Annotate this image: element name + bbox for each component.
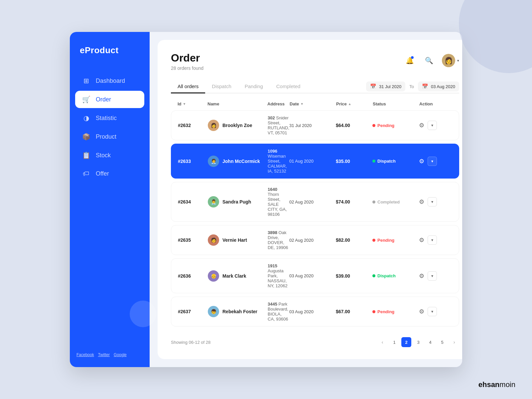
row-price: $39.00 <box>336 273 372 279</box>
action-chevron-button[interactable]: ▾ <box>428 197 437 206</box>
page-btn-1[interactable]: 1 <box>389 337 399 347</box>
col-action: Action <box>419 101 453 106</box>
sidebar-item-label-offer: Offer <box>96 170 109 177</box>
row-address-num: 1096 <box>268 149 277 154</box>
sidebar-item-order[interactable]: 🛒 Order <box>75 91 144 108</box>
row-id: #2632 <box>178 123 208 128</box>
brand-light: moin <box>499 380 515 389</box>
action-gear-icon[interactable]: ⚙ <box>419 122 424 129</box>
user-avatar-wrapper[interactable]: 👩 ▾ <box>442 54 459 67</box>
action-gear-icon[interactable]: ⚙ <box>419 236 424 244</box>
footer-link-facebook[interactable]: Facebook <box>76 352 94 357</box>
sidebar-item-product[interactable]: 📦 Product <box>75 128 144 145</box>
calendar-icon: 📅 <box>370 83 376 89</box>
order-icon: 🛒 <box>82 95 90 103</box>
action-chevron-button[interactable]: ▾ <box>428 121 437 130</box>
search-button[interactable]: 🔍 <box>423 54 435 67</box>
tab-dispatch[interactable]: Dispatch <box>205 80 238 93</box>
sidebar-footer: FacebookTwitterGoogle <box>70 352 150 357</box>
footer-link-twitter[interactable]: Twitter <box>98 352 110 357</box>
table-row[interactable]: #2633 🧑‍💼 John McCormick 1096 Wiseman St… <box>171 144 459 179</box>
row-actions: ⚙ ▾ <box>419 197 452 206</box>
sort-arrow-id: ▼ <box>183 102 186 106</box>
action-chevron-button[interactable]: ▾ <box>428 157 437 166</box>
action-gear-icon[interactable]: ⚙ <box>419 308 424 315</box>
table-header: Id ▼ Name Address Date ▼ Price ▲ Status … <box>171 101 459 110</box>
table-row[interactable]: #2637 👦 Rebekah Foster 3445 Park Bouleva… <box>171 297 459 327</box>
row-date: 31 Jul 2020 <box>289 123 336 128</box>
sidebar-item-offer[interactable]: 🏷 Offer <box>75 165 144 182</box>
sidebar-item-label-product: Product <box>96 133 116 140</box>
footer-link-google[interactable]: Google <box>114 352 127 357</box>
row-actions: ⚙ ▾ <box>419 307 452 316</box>
row-avatar: 👩 <box>208 120 219 131</box>
dashboard-icon: ⊞ <box>82 77 90 85</box>
col-date[interactable]: Date ▼ <box>290 101 336 106</box>
row-address: 1096 Wiseman Street, CALMAR, IA, 52132 <box>268 149 289 174</box>
action-chevron-button[interactable]: ▾ <box>428 307 437 316</box>
brand-bold: ehsan <box>478 380 500 389</box>
col-id[interactable]: Id ▼ <box>178 101 207 106</box>
row-avatar: 🧑 <box>208 234 219 246</box>
col-name: Name <box>207 101 267 106</box>
row-status: Dispatch <box>372 159 419 164</box>
pagination-next[interactable]: › <box>449 337 459 347</box>
col-price[interactable]: Price ▲ <box>336 101 373 106</box>
pagination-prev[interactable]: ‹ <box>377 337 387 347</box>
sort-arrow-date: ▼ <box>300 102 304 106</box>
date-to-pill[interactable]: 📅 03 Aug 2020 <box>418 81 459 91</box>
row-address-street: Wiseman Street, CALMAR, IA, 52132 <box>268 154 287 174</box>
row-avatar: 👴 <box>208 270 219 282</box>
notification-button[interactable]: 🔔 <box>403 54 416 67</box>
statistic-icon: ◑ <box>82 114 90 122</box>
sidebar-item-dashboard[interactable]: ⊞ Dashboard <box>75 72 144 89</box>
table-row[interactable]: #2632 👩 Brooklyn Zoe 302 Snider Street, … <box>171 110 459 140</box>
page-header: Order 28 orders found 🔔 🔍 👩 ▾ <box>171 52 459 71</box>
table-row[interactable]: #2634 👨‍💼 Sandra Pugh 1640 Thorn Street,… <box>171 182 459 222</box>
row-address: 3898 Oak Drive, DOVER, DE, 19906 <box>268 230 289 250</box>
row-actions: ⚙ ▾ <box>419 121 452 130</box>
tab-pending[interactable]: Panding <box>238 80 270 93</box>
row-name: 👩 Brooklyn Zoe <box>208 120 268 131</box>
tab-all[interactable]: All orders <box>171 80 205 93</box>
sidebar-item-label-order: Order <box>96 96 111 103</box>
row-address: 1915 Augusta Park, NASSAU, NY, 12062 <box>268 263 289 288</box>
row-avatar: 🧑‍💼 <box>208 156 219 167</box>
date-range: 📅 31 Jul 2020 To 📅 03 Aug 2020 <box>366 81 459 91</box>
action-chevron-button[interactable]: ▾ <box>428 271 437 281</box>
row-name-text: Vernie Hart <box>222 237 247 243</box>
status-label: Pending <box>377 123 394 128</box>
action-chevron-button[interactable]: ▾ <box>428 235 437 245</box>
row-address-street: Thorn Street, SALE CITY, GA, 98106 <box>268 192 287 217</box>
action-gear-icon[interactable]: ⚙ <box>419 198 424 205</box>
row-price: $82.00 <box>336 237 372 243</box>
row-address: 1640 Thorn Street, SALE CITY, GA, 98106 <box>268 187 289 217</box>
sidebar-item-stock[interactable]: 📋 Stock <box>75 147 144 164</box>
page-btn-3[interactable]: 3 <box>413 337 423 347</box>
calendar-icon-2: 📅 <box>422 83 428 89</box>
date-from-pill[interactable]: 📅 31 Jul 2020 <box>366 81 405 91</box>
row-id: #2636 <box>178 273 208 279</box>
table-row[interactable]: #2635 🧑 Vernie Hart 3898 Oak Drive, DOVE… <box>171 225 459 255</box>
row-name: 👨‍💼 Sandra Pugh <box>208 196 268 207</box>
page-btn-2[interactable]: 2 <box>401 337 411 347</box>
action-gear-icon[interactable]: ⚙ <box>419 158 424 165</box>
row-name-text: Mark Clark <box>222 273 246 279</box>
row-id: #2634 <box>178 199 208 204</box>
sidebar-item-statistic[interactable]: ◑ Statistic <box>75 109 144 127</box>
product-icon: 📦 <box>82 133 90 141</box>
action-gear-icon[interactable]: ⚙ <box>419 272 424 280</box>
pagination-info: Showing 06-12 of 28 <box>171 340 210 345</box>
sidebar-item-label-dashboard: Dashboard <box>96 77 125 84</box>
row-price: $64.00 <box>336 123 372 128</box>
row-price: $67.00 <box>336 309 372 314</box>
page-title: Order <box>171 52 203 64</box>
row-date: 02 Aug 2020 <box>289 200 336 204</box>
row-address-street: Augusta Park, NASSAU, NY, 12062 <box>268 268 288 288</box>
page-btn-4[interactable]: 4 <box>425 337 435 347</box>
table-row[interactable]: #2636 👴 Mark Clark 1915 Augusta Park, NA… <box>171 258 459 293</box>
row-name-text: Rebekah Foster <box>222 309 257 314</box>
page-btn-5[interactable]: 5 <box>437 337 447 347</box>
tab-completed[interactable]: Completed <box>270 80 307 93</box>
row-status: Pending <box>372 238 419 243</box>
